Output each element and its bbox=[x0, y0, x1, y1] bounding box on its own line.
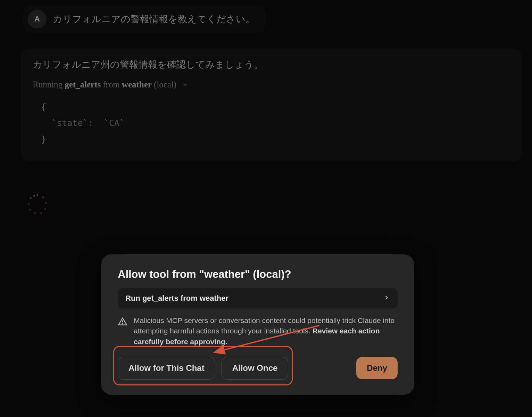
chevron-down-icon[interactable] bbox=[182, 82, 188, 88]
warning-text: Malicious MCP servers or conversation co… bbox=[134, 315, 398, 347]
allow-once-button[interactable]: Allow Once bbox=[222, 357, 289, 380]
dialog-button-row: Allow for This Chat Allow Once Deny bbox=[118, 357, 398, 380]
tool-status-toolname: get_alerts bbox=[65, 80, 101, 90]
assistant-intro-text: カリフォルニア州の警報情報を確認してみましょう。 bbox=[33, 58, 510, 71]
code-brace-close: } bbox=[41, 134, 46, 144]
dialog-title: Allow tool from "weather" (local)? bbox=[118, 268, 398, 281]
tool-call-status[interactable]: Running get_alerts from weather (local) bbox=[33, 80, 510, 90]
tool-status-mid: from bbox=[103, 80, 120, 90]
code-brace-open: { bbox=[41, 102, 46, 112]
svg-point-1 bbox=[122, 323, 123, 324]
warning-row: Malicious MCP servers or conversation co… bbox=[118, 315, 398, 347]
user-avatar: A bbox=[28, 10, 47, 28]
code-key: state bbox=[57, 118, 83, 128]
avatar-letter: A bbox=[34, 15, 40, 24]
code-value: CA bbox=[109, 118, 119, 128]
user-message-row: A カリフォルニアの警報情報を教えてください。 bbox=[23, 5, 266, 33]
assistant-panel: カリフォルニア州の警報情報を確認してみましょう。 Running get_ale… bbox=[21, 49, 522, 161]
tool-status-prefix: Running bbox=[33, 80, 63, 90]
tool-detail-row[interactable]: Run get_alerts from weather bbox=[118, 288, 398, 308]
chevron-right-icon bbox=[383, 294, 390, 303]
tool-status-server: weather bbox=[122, 80, 152, 90]
user-message-text: カリフォルニアの警報情報を教えてください。 bbox=[53, 13, 255, 25]
allow-for-chat-button[interactable]: Allow for This Chat bbox=[118, 357, 215, 380]
warning-triangle-icon bbox=[118, 317, 127, 347]
tool-arguments-code: { `state`: `CA` } bbox=[33, 99, 510, 147]
loading-spinner-icon bbox=[27, 194, 47, 214]
tool-detail-text: Run get_alerts from weather bbox=[125, 294, 228, 303]
tool-status-suffix: (local) bbox=[154, 80, 176, 90]
tool-permission-dialog: Allow tool from "weather" (local)? Run g… bbox=[101, 254, 414, 395]
deny-button[interactable]: Deny bbox=[356, 357, 398, 379]
